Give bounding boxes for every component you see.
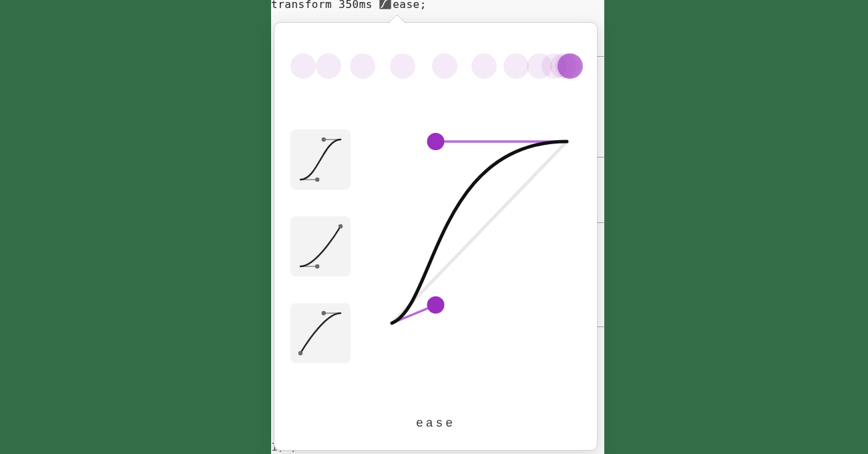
velocity-dot xyxy=(290,53,316,79)
easing-preset[interactable] xyxy=(290,303,351,363)
css-timing: ease xyxy=(393,0,420,11)
css-prefix: transform 350ms xyxy=(271,0,379,11)
velocity-dot xyxy=(432,53,457,79)
easing-preset-list xyxy=(290,130,355,390)
control-handle-p2[interactable] xyxy=(427,133,445,150)
bezier-curve-editor[interactable] xyxy=(392,142,567,323)
preset-curve-icon xyxy=(295,221,346,272)
easing-preset[interactable] xyxy=(290,130,351,190)
easing-preset[interactable] xyxy=(290,216,351,276)
svg-point-6 xyxy=(315,264,319,268)
diagonal-guide xyxy=(392,142,567,323)
bezier-canvas xyxy=(392,142,567,323)
css-code-line: transform 350ms ease; xyxy=(271,0,427,11)
velocity-strip xyxy=(290,36,583,96)
css-suffix: ; xyxy=(420,0,427,11)
svg-point-11 xyxy=(322,311,326,315)
svg-point-3 xyxy=(322,138,326,142)
preset-curve-icon xyxy=(295,134,346,185)
control-handle-p1[interactable] xyxy=(427,296,445,314)
velocity-dot-end xyxy=(558,53,583,79)
preset-curve-icon xyxy=(295,308,346,359)
velocity-dot xyxy=(503,53,529,79)
bezier-editor-popover: ease xyxy=(274,22,598,451)
velocity-dot xyxy=(350,53,375,79)
selected-easing-label: ease xyxy=(274,417,597,430)
easing-swatch-icon[interactable] xyxy=(379,0,391,9)
svg-point-2 xyxy=(315,178,319,182)
velocity-dot xyxy=(390,53,415,79)
svg-point-10 xyxy=(298,351,302,355)
svg-point-7 xyxy=(339,224,343,228)
velocity-dot xyxy=(316,53,341,79)
velocity-dot xyxy=(471,53,497,79)
